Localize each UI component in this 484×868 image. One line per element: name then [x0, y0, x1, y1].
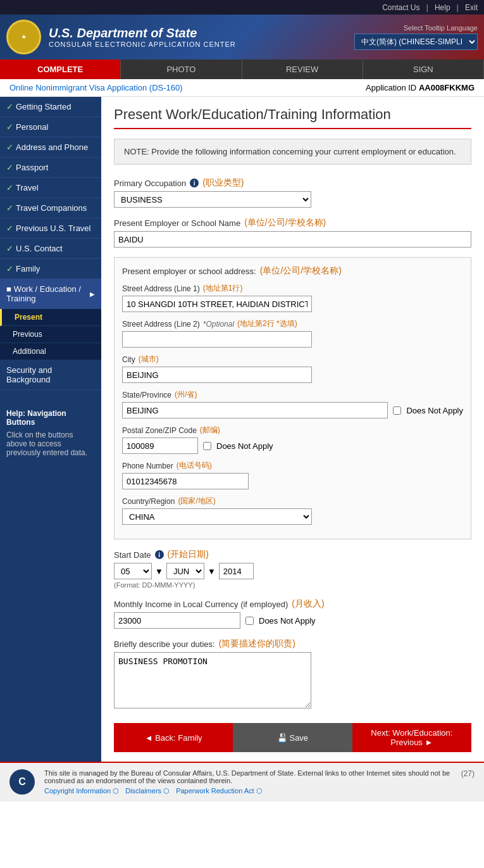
- footer: C This site is managed by the Bureau of …: [0, 762, 484, 802]
- dept-name-line1: U.S. Department of State: [49, 26, 236, 41]
- employer-name-input[interactable]: [114, 231, 471, 248]
- save-button[interactable]: 💾 Save: [233, 723, 352, 752]
- primary-occupation-label: Primary Occupation: [114, 179, 186, 188]
- postal-row: Postal Zone/ZIP Code (邮编) Does Not Apply: [122, 425, 463, 454]
- next-button[interactable]: Next: Work/Education: Previous ►: [352, 723, 471, 752]
- language-select[interactable]: 中文(简体) (CHINESE-SIMPLI: [354, 34, 478, 50]
- sidebar-item-travel[interactable]: ✓Travel: [0, 178, 101, 198]
- footer-disclaimers-link[interactable]: Disclaimers ⬡: [125, 787, 170, 795]
- sidebar-item-us-contact[interactable]: ✓U.S. Contact: [0, 239, 101, 259]
- sidebar-item-previous-us-travel[interactable]: ✓Previous U.S. Travel: [0, 218, 101, 239]
- sidebar-help: Help: Navigation Buttons Click on the bu…: [0, 403, 101, 463]
- postal-input[interactable]: [122, 437, 198, 454]
- phone-label: Phone Number: [122, 462, 173, 470]
- sidebar-item-family[interactable]: ✓Family: [0, 259, 101, 279]
- note-box: NOTE: Provide the following information …: [114, 139, 471, 165]
- duties-label-cn: (简要描述你的职责): [219, 638, 295, 650]
- phone-input[interactable]: [122, 473, 249, 489]
- monthly-income-input[interactable]: [114, 612, 240, 629]
- start-date-month-select[interactable]: JUN: [166, 563, 204, 579]
- city-input[interactable]: [122, 367, 312, 383]
- sidebar-item-security[interactable]: Security and Background: [0, 360, 101, 390]
- primary-occupation-info-icon[interactable]: i: [190, 179, 199, 187]
- street2-label: Street Address (Line 2): [122, 320, 200, 329]
- duties-label: Briefly describe your duties:: [114, 639, 215, 649]
- tab-sign[interactable]: SIGN: [363, 60, 484, 79]
- city-label-cn: (城市): [139, 354, 159, 365]
- country-label: Country/Region: [122, 497, 175, 506]
- start-date-year-input[interactable]: [219, 563, 254, 579]
- postal-does-not-apply-checkbox[interactable]: [203, 442, 211, 450]
- postal-label-cn: (邮编): [200, 425, 220, 436]
- lang-label: Select Tooltip Language: [354, 24, 478, 32]
- ds160-link[interactable]: Online Nonimmigrant Visa Application (DS…: [9, 83, 183, 92]
- start-date-label: Start Date: [114, 550, 151, 560]
- state-input[interactable]: [122, 402, 388, 418]
- postal-label: Postal Zone/ZIP Code: [122, 426, 197, 435]
- sidebar-item-passport[interactable]: ✓Passport: [0, 158, 101, 178]
- duties-section: Briefly describe your duties: (简要描述你的职责)…: [114, 638, 471, 710]
- sidebar-item-address-phone[interactable]: ✓Address and Phone: [0, 137, 101, 158]
- address-box: Present employer or school address: (单位/…: [114, 257, 471, 539]
- tab-photo[interactable]: PHOTO: [121, 60, 242, 79]
- content-area: Present Work/Education/Training Informat…: [101, 97, 484, 762]
- street1-label-cn: (地址第1行): [203, 283, 243, 294]
- footer-logo: C: [9, 769, 35, 795]
- sidebar-sub-work: Present Previous Additional: [0, 309, 101, 360]
- dept-name-line2: CONSULAR ELECTRONIC APPLICATION CENTER: [49, 41, 236, 48]
- duties-textarea[interactable]: BUSINESS PROMOTION: [114, 652, 311, 708]
- sidebar-item-getting-started[interactable]: ✓Getting Started: [0, 97, 101, 117]
- footer-text: This site is managed by the Bureau of Co…: [44, 769, 450, 784]
- country-select[interactable]: CHINA UNITED STATES OTHER: [122, 508, 312, 525]
- start-date-label-cn: (开始日期): [168, 549, 209, 560]
- employer-name-section: Present Employer or School Name (单位/公司/学…: [114, 217, 471, 248]
- monthly-income-section: Monthly Income in Local Currency (if emp…: [114, 598, 471, 629]
- sidebar-item-personal[interactable]: ✓Personal: [0, 117, 101, 137]
- page-title: Present Work/Education/Training Informat…: [114, 106, 471, 129]
- city-row: City (城市): [122, 354, 463, 383]
- primary-occupation-select[interactable]: BUSINESS STUDENT RETIRED UNEMPLOYED OTHE…: [114, 191, 311, 208]
- monthly-income-label-cn: (月收入): [292, 598, 324, 610]
- address-label: Present employer or school address:: [122, 267, 256, 276]
- employer-name-label-cn: (单位/公司/学校名称): [244, 217, 326, 229]
- street2-optional: *Optional: [203, 320, 234, 329]
- top-bar: Contact Us | Help | Exit: [0, 0, 484, 15]
- street2-row: Street Address (Line 2) *Optional (地址第2行…: [122, 318, 463, 348]
- exit-link[interactable]: Exit: [465, 3, 478, 12]
- bottom-nav: ◄ Back: Family 💾 Save Next: Work/Educati…: [114, 723, 471, 752]
- country-label-cn: (国家/地区): [178, 496, 215, 506]
- sidebar-sub-additional[interactable]: Additional: [0, 343, 101, 360]
- start-date-format-hint: (Format: DD-MMM-YYYY): [114, 581, 471, 589]
- postal-does-not-apply-label: Does Not Apply: [216, 441, 273, 451]
- footer-copyright-link[interactable]: Copyright Information ⬡: [44, 787, 119, 795]
- sidebar-sub-present[interactable]: Present: [0, 309, 101, 326]
- street2-label-cn: (地址第2行 *选填): [237, 318, 297, 329]
- address-label-cn: (单位/公司/学校名称): [260, 265, 342, 277]
- street1-input[interactable]: [122, 296, 312, 312]
- state-does-not-apply-checkbox[interactable]: [393, 406, 401, 415]
- footer-page-number: (27): [461, 769, 475, 778]
- start-date-day-select[interactable]: 05: [114, 563, 152, 579]
- income-does-not-apply-checkbox[interactable]: [245, 617, 254, 625]
- street1-row: Street Address (Line 1) (地址第1行): [122, 283, 463, 312]
- sidebar-item-travel-companions[interactable]: ✓Travel Companions: [0, 198, 101, 218]
- start-date-info-icon[interactable]: i: [155, 550, 164, 559]
- sidebar: ✓Getting Started ✓Personal ✓Address and …: [0, 97, 101, 762]
- state-row: State/Province (州/省) Does Not Apply: [122, 389, 463, 418]
- help-link[interactable]: Help: [435, 3, 450, 12]
- city-label: City: [122, 355, 135, 364]
- street2-input[interactable]: [122, 331, 312, 348]
- app-id-label: Application ID AA008FKKMG: [366, 83, 475, 92]
- tab-review[interactable]: REVIEW: [242, 60, 363, 79]
- sidebar-sub-previous[interactable]: Previous: [0, 326, 101, 343]
- state-label-cn: (州/省): [175, 389, 197, 400]
- contact-us-link[interactable]: Contact Us: [382, 3, 419, 12]
- back-button[interactable]: ◄ Back: Family: [114, 723, 233, 752]
- us-seal: ★: [6, 20, 41, 54]
- sidebar-item-work-education[interactable]: ■Work / Education / Training ▶: [0, 279, 101, 309]
- footer-paperwork-link[interactable]: Paperwork Reduction Act ⬡: [176, 787, 263, 795]
- main-layout: ✓Getting Started ✓Personal ✓Address and …: [0, 97, 484, 762]
- primary-occupation-section: Primary Occupation i (职业类型) BUSINESS STU…: [114, 177, 471, 208]
- monthly-income-label: Monthly Income in Local Currency (if emp…: [114, 600, 288, 609]
- tab-complete[interactable]: COMPLETE: [0, 60, 121, 79]
